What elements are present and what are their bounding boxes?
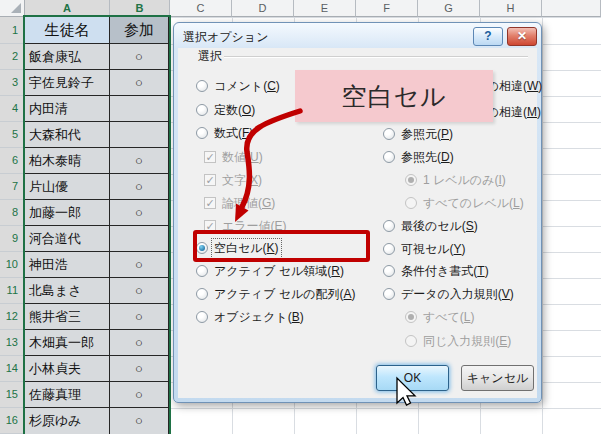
row-header-3[interactable]: 3 bbox=[0, 70, 25, 96]
cell-mark[interactable]: ○ bbox=[110, 44, 169, 70]
cell-mark[interactable]: ○ bbox=[110, 148, 169, 174]
checkbox-logicals: ✓論理値(G) bbox=[204, 192, 277, 214]
cell-name[interactable]: 木畑真一郎 bbox=[25, 330, 110, 356]
row-header-5[interactable]: 5 bbox=[0, 122, 25, 148]
cell-name[interactable]: 熊井省三 bbox=[25, 304, 110, 330]
cell-name[interactable]: 宇佐見鈴子 bbox=[25, 70, 110, 96]
header-cell-name[interactable]: 生徒名 bbox=[25, 17, 110, 44]
cell-mark[interactable]: ○ bbox=[110, 356, 169, 382]
radio-visible-cells[interactable]: 可視セル(Y) bbox=[383, 238, 468, 260]
row-header-14[interactable]: 14 bbox=[0, 356, 25, 382]
radio-current-region-label: アクティブ セル領域(R) bbox=[212, 262, 346, 281]
table-row: 神田浩○ bbox=[25, 252, 169, 278]
radio-last-cell[interactable]: 最後のセル(S) bbox=[383, 215, 480, 237]
header-cell-mark[interactable]: 参加 bbox=[110, 17, 169, 44]
row-header-10[interactable]: 10 bbox=[0, 252, 25, 278]
cell-mark[interactable] bbox=[110, 96, 169, 122]
table-row: 佐藤真理○ bbox=[25, 382, 169, 408]
checkbox-numbers-label: 数値(U) bbox=[220, 148, 265, 167]
cancel-button[interactable]: キャンセル bbox=[461, 365, 534, 391]
table-row: 片山優○ bbox=[25, 174, 169, 200]
radio-data-validation-label: データの入力規則(V) bbox=[399, 285, 516, 304]
column-header-c[interactable]: C bbox=[170, 0, 232, 17]
cell-mark[interactable]: ○ bbox=[110, 304, 169, 330]
radio-conditional-formats[interactable]: 条件付き書式(T) bbox=[383, 260, 491, 282]
group-label: 選択 bbox=[196, 48, 224, 65]
cell-name[interactable]: 片山優 bbox=[25, 174, 110, 200]
row-header-1[interactable]: 1 bbox=[0, 17, 25, 44]
table-row: 木畑真一郎○ bbox=[25, 330, 169, 356]
cell-mark[interactable] bbox=[110, 122, 169, 148]
cell-name[interactable]: 河合道代 bbox=[25, 226, 110, 252]
row-header-2[interactable]: 2 bbox=[0, 44, 25, 70]
radio-constants-label: 定数(O) bbox=[212, 101, 257, 120]
cell-name[interactable]: 加藤一郎 bbox=[25, 200, 110, 226]
radio-formulas[interactable]: 数式(F) bbox=[196, 122, 255, 144]
row-header-8[interactable]: 8 bbox=[0, 200, 25, 226]
dialog-title: 選択オプション bbox=[183, 29, 268, 46]
radio-all-levels: すべてのレベル(L) bbox=[405, 192, 526, 214]
radio-icon bbox=[383, 220, 395, 232]
radio-data-validation[interactable]: データの入力規則(V) bbox=[383, 283, 516, 305]
cell-name[interactable]: 小林貞夫 bbox=[25, 356, 110, 382]
column-header-d[interactable]: D bbox=[232, 0, 294, 17]
column-header-f[interactable]: F bbox=[356, 0, 418, 17]
row-header-7[interactable]: 7 bbox=[0, 174, 25, 200]
cell-mark[interactable]: ○ bbox=[110, 252, 169, 278]
excel-window: A B C D E F G H 1 2 3 4 5 6 7 8 9 10 11 … bbox=[0, 0, 601, 434]
radio-selected-icon bbox=[405, 174, 417, 186]
cell-mark[interactable]: ○ bbox=[110, 278, 169, 304]
row-header-12[interactable]: 12 bbox=[0, 304, 25, 330]
row-header-4[interactable]: 4 bbox=[0, 96, 25, 122]
row-header-9[interactable]: 9 bbox=[0, 226, 25, 252]
column-header-partial[interactable] bbox=[542, 0, 601, 17]
help-button[interactable]: ? bbox=[473, 27, 503, 46]
cell-name[interactable]: 飯倉康弘 bbox=[25, 44, 110, 70]
row-header-16[interactable]: 16 bbox=[0, 408, 25, 434]
radio-current-array[interactable]: アクティブ セルの配列(A) bbox=[196, 283, 358, 305]
table-row: 杉原ゆみ○ bbox=[25, 408, 169, 434]
radio-precedents-label: 参照元(P) bbox=[399, 125, 455, 144]
cell-name[interactable]: 佐藤真理 bbox=[25, 382, 110, 408]
radio-icon bbox=[196, 288, 208, 300]
row-header-11[interactable]: 11 bbox=[0, 278, 25, 304]
cell-mark[interactable]: ○ bbox=[110, 70, 169, 96]
select-all-corner[interactable] bbox=[0, 0, 25, 17]
radio-icon bbox=[196, 265, 208, 277]
row-header-13[interactable]: 13 bbox=[0, 330, 25, 356]
radio-selected-icon bbox=[405, 311, 417, 323]
column-header-e[interactable]: E bbox=[294, 0, 356, 17]
annotation-highlight-box bbox=[193, 230, 370, 262]
radio-comments[interactable]: コメント(C) bbox=[196, 75, 282, 97]
radio-validation-all: すべて(L) bbox=[405, 306, 477, 328]
radio-current-region[interactable]: アクティブ セル領域(R) bbox=[196, 260, 346, 282]
cell-mark[interactable]: ○ bbox=[110, 200, 169, 226]
radio-constants[interactable]: 定数(O) bbox=[196, 99, 257, 121]
close-button[interactable]: ✕ bbox=[507, 27, 537, 46]
row-header-6[interactable]: 6 bbox=[0, 148, 25, 174]
radio-objects[interactable]: オブジェクト(B) bbox=[196, 306, 306, 328]
checkbox-numbers: ✓数値(U) bbox=[204, 146, 265, 168]
radio-direct-only: 1 レベルのみ(I) bbox=[405, 169, 508, 191]
column-header-h[interactable]: H bbox=[480, 0, 542, 17]
cell-mark[interactable] bbox=[110, 226, 169, 252]
cell-name[interactable]: 北島まさ bbox=[25, 278, 110, 304]
radio-icon bbox=[196, 311, 208, 323]
table-row: 河合道代 bbox=[25, 226, 169, 252]
row-header-15[interactable]: 15 bbox=[0, 382, 25, 408]
cell-name[interactable]: 内田清 bbox=[25, 96, 110, 122]
cell-mark[interactable]: ○ bbox=[110, 330, 169, 356]
column-header-g[interactable]: G bbox=[418, 0, 480, 17]
cell-mark[interactable]: ○ bbox=[110, 174, 169, 200]
radio-dependents[interactable]: 参照先(D) bbox=[383, 146, 456, 168]
radio-icon bbox=[405, 335, 417, 347]
ok-button[interactable]: OK bbox=[376, 365, 449, 391]
cell-name[interactable]: 柏木泰晴 bbox=[25, 148, 110, 174]
cell-mark[interactable]: ○ bbox=[110, 408, 169, 434]
radio-precedents[interactable]: 参照元(P) bbox=[383, 123, 455, 145]
cell-name[interactable]: 杉原ゆみ bbox=[25, 408, 110, 434]
cell-name[interactable]: 大森和代 bbox=[25, 122, 110, 148]
cell-name[interactable]: 神田浩 bbox=[25, 252, 110, 278]
dialog-content: 選択 コメント(C) 定数(O) 数式(F) ✓数値(U) ✓文字(X) ✓論理… bbox=[178, 48, 537, 398]
cell-mark[interactable]: ○ bbox=[110, 382, 169, 408]
